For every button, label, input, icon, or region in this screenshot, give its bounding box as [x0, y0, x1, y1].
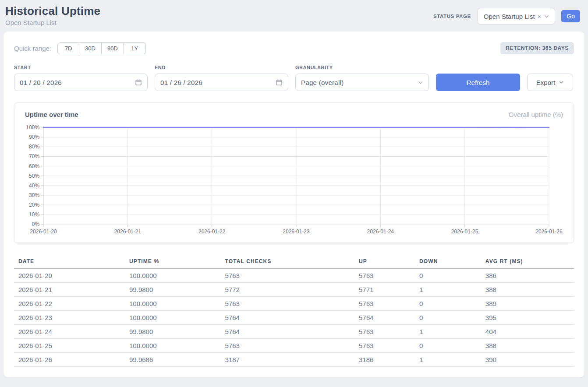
refresh-button[interactable]: Refresh [436, 74, 520, 91]
table-cell: 3187 [221, 353, 354, 367]
export-button-label: Export [536, 79, 555, 86]
table-cell: 99.9800 [125, 325, 221, 339]
table-cell: 100.0000 [125, 339, 221, 353]
uptime-table: DATEUPTIME %TOTAL CHECKSUPDOWNAVG RT (MS… [14, 254, 574, 367]
page-header: Historical Uptime Open Startup List STAT… [0, 0, 588, 32]
calendar-icon[interactable] [276, 79, 283, 86]
end-date-value: 01 / 26 / 2026 [160, 79, 202, 86]
table-cell: 0 [415, 297, 481, 311]
table-row: 2026-01-22100.0000576357630389 [14, 297, 574, 311]
table-cell: 388 [481, 339, 574, 353]
granularity-value: Page (overall) [301, 79, 344, 86]
granularity-label: GRANULARITY [295, 65, 429, 70]
table-cell: 0 [415, 269, 481, 283]
table-column-header: DATE [14, 254, 125, 269]
go-button[interactable]: Go [561, 10, 580, 22]
table-cell: 1 [415, 283, 481, 297]
status-page-select[interactable]: Open Startup List × [477, 8, 556, 25]
quick-range-row: Quick range: 7D 30D 90D 1Y RETENTION: 36… [14, 42, 574, 54]
table-cell: 5763 [354, 269, 415, 283]
svg-text:80%: 80% [29, 144, 39, 150]
granularity-field: GRANULARITY Page (overall) [295, 65, 429, 91]
table-column-header: UPTIME % [125, 254, 221, 269]
table-cell: 5763 [221, 297, 354, 311]
svg-text:0%: 0% [32, 221, 40, 227]
table-cell: 5763 [354, 339, 415, 353]
table-row: 2026-01-2199.9800577257711388 [14, 283, 574, 297]
svg-text:2026-01-20: 2026-01-20 [30, 229, 57, 235]
table-body: 2026-01-20100.00005763576303862026-01-21… [14, 269, 574, 367]
table-row: 2026-01-25100.0000576357630388 [14, 339, 574, 353]
table-cell: 5772 [221, 283, 354, 297]
table-cell: 2026-01-23 [14, 311, 125, 325]
clear-selection-icon[interactable]: × [538, 13, 542, 20]
table-cell: 2026-01-26 [14, 353, 125, 367]
svg-text:2026-01-25: 2026-01-25 [451, 229, 478, 235]
table-cell: 5764 [221, 311, 354, 325]
table-column-header: TOTAL CHECKS [221, 254, 354, 269]
svg-text:40%: 40% [29, 183, 39, 189]
retention-badge: RETENTION: 365 DAYS [500, 42, 574, 54]
chart-header: Uptime over time Overall uptime (%) [25, 111, 563, 118]
table-cell: 5763 [354, 325, 415, 339]
quick-range-7d-button[interactable]: 7D [57, 42, 79, 54]
svg-text:50%: 50% [29, 173, 39, 179]
uptime-line-chart: 0%10%20%30%40%50%60%70%80%90%100%2026-01… [25, 123, 563, 237]
table-cell: 2026-01-24 [14, 325, 125, 339]
quick-range-label: Quick range: [14, 45, 51, 52]
table-column-header: AVG RT (MS) [481, 254, 574, 269]
svg-text:2026-01-26: 2026-01-26 [535, 229, 563, 235]
export-button[interactable]: Export [527, 74, 573, 91]
table-cell: 1 [415, 325, 481, 339]
status-page-selected-value: Open Startup List [484, 13, 535, 20]
start-date-value: 01 / 20 / 2026 [20, 79, 62, 86]
table-cell: 0 [415, 339, 481, 353]
quick-range-90d-button[interactable]: 90D [102, 42, 124, 54]
quick-range-30d-button[interactable]: 30D [79, 42, 102, 54]
chevron-down-icon [418, 80, 423, 85]
end-date-input[interactable]: 01 / 26 / 2026 [155, 74, 288, 91]
table-row: 2026-01-2699.9686318731861390 [14, 353, 574, 367]
start-date-input[interactable]: 01 / 20 / 2026 [14, 74, 148, 91]
table-cell: 5764 [221, 325, 354, 339]
table-cell: 404 [481, 325, 574, 339]
table-row: 2026-01-23100.0000576457640395 [14, 311, 574, 325]
chevron-down-icon [544, 14, 549, 19]
table-cell: 388 [481, 283, 574, 297]
table-cell: 0 [415, 311, 481, 325]
svg-text:2026-01-24: 2026-01-24 [367, 229, 394, 235]
table-cell: 386 [481, 269, 574, 283]
granularity-select[interactable]: Page (overall) [295, 74, 429, 91]
table-cell: 2026-01-21 [14, 283, 125, 297]
svg-text:2026-01-23: 2026-01-23 [283, 229, 310, 235]
table-row: 2026-01-2499.9800576457631404 [14, 325, 574, 339]
svg-text:10%: 10% [29, 211, 39, 218]
table-cell: 5771 [354, 283, 415, 297]
table-cell: 100.0000 [125, 297, 221, 311]
table-cell: 5764 [354, 311, 415, 325]
calendar-icon[interactable] [135, 79, 142, 86]
quick-range-1y-button[interactable]: 1Y [124, 42, 146, 54]
chart-canvas: 0%10%20%30%40%50%60%70%80%90%100%2026-01… [25, 123, 563, 237]
table-cell: 390 [481, 353, 574, 367]
svg-text:60%: 60% [29, 163, 39, 169]
table-cell: 100.0000 [125, 269, 221, 283]
end-date-label: END [155, 65, 288, 70]
chart-legend-label: Overall uptime (%) [509, 111, 563, 118]
filter-row: START 01 / 20 / 2026 END 01 / 26 / 2026 … [14, 65, 574, 91]
page-title: Historical Uptime [5, 4, 100, 18]
table-cell: 2026-01-20 [14, 269, 125, 283]
chevron-down-icon [559, 80, 564, 85]
table-cell: 2026-01-22 [14, 297, 125, 311]
table-header: DATEUPTIME %TOTAL CHECKSUPDOWNAVG RT (MS… [14, 254, 574, 269]
table-cell: 99.9800 [125, 283, 221, 297]
table-cell: 2026-01-25 [14, 339, 125, 353]
table-cell: 389 [481, 297, 574, 311]
svg-text:90%: 90% [29, 134, 39, 140]
uptime-chart-card: Uptime over time Overall uptime (%) 0%10… [14, 102, 574, 243]
quick-range-group: 7D 30D 90D 1Y [57, 42, 146, 54]
table-cell: 100.0000 [125, 311, 221, 325]
chart-title: Uptime over time [25, 111, 78, 118]
table-cell: 5763 [354, 297, 415, 311]
start-date-field: START 01 / 20 / 2026 [14, 65, 148, 91]
